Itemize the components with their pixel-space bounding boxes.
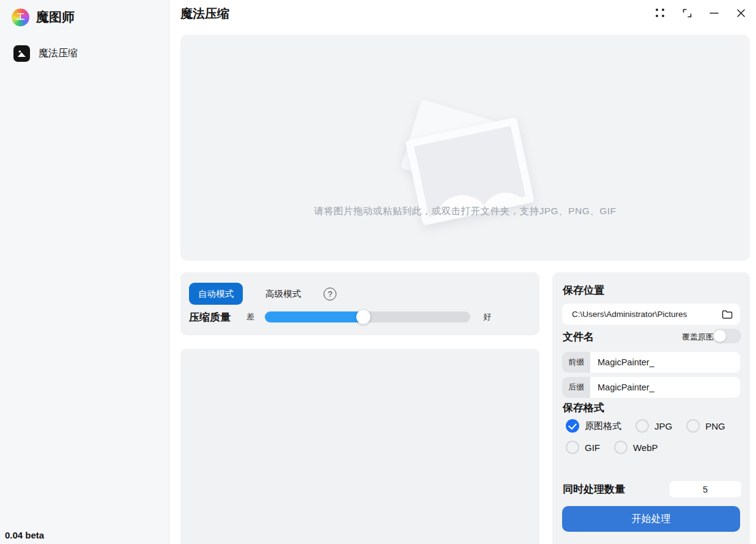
radio-png[interactable]: PNG [686, 419, 725, 433]
sidebar-item-magic-compress[interactable]: 魔法压缩 [13, 45, 169, 62]
radio-original-format[interactable]: 原图格式 [566, 419, 621, 433]
minimize-icon[interactable] [705, 4, 723, 22]
quality-row: 压缩质量 差 好 [189, 308, 491, 326]
radio-icon [566, 441, 579, 454]
format-options-row-1: 原图格式 JPG PNG [566, 419, 733, 433]
overwrite-original-label: 覆盖原图 [682, 332, 714, 343]
page-title: 魔法压缩 [180, 6, 229, 22]
close-icon[interactable] [732, 4, 750, 22]
sidebar: 工 魔图师 魔法压缩 0.04 beta [0, 0, 169, 544]
suffix-input[interactable] [590, 377, 740, 398]
radio-jpg[interactable]: JPG [636, 419, 672, 433]
image-drop-zone[interactable]: 请将图片拖动或粘贴到此，或双击打开文件夹，支持JPG、PNG、GIF [180, 35, 750, 261]
folder-icon[interactable] [722, 310, 733, 319]
quality-max-label: 好 [483, 311, 491, 322]
save-location-label: 保存位置 [563, 283, 604, 297]
window-controls [651, 4, 750, 22]
mode-tabs: 自动模式 高级模式 ? [189, 283, 336, 305]
radio-webp[interactable]: WebP [614, 441, 658, 454]
radio-icon [686, 419, 700, 433]
app-logo-icon: 工 [12, 9, 29, 26]
radio-icon [636, 419, 649, 433]
radio-gif[interactable]: GIF [566, 441, 600, 454]
quality-label: 压缩质量 [189, 310, 246, 324]
quality-min-label: 差 [246, 311, 265, 322]
app-logo-row: 工 魔图师 [0, 0, 169, 29]
tab-advanced-mode[interactable]: 高级模式 [256, 283, 310, 305]
save-format-label: 保存格式 [563, 401, 604, 415]
quality-slider[interactable] [265, 311, 470, 322]
fullscreen-icon[interactable] [678, 4, 696, 22]
radio-icon [614, 441, 628, 454]
prefix-input[interactable] [590, 352, 740, 373]
image-icon [13, 45, 30, 62]
prefix-row: 前缀 [562, 352, 740, 373]
concurrency-field [669, 480, 742, 498]
start-processing-button[interactable]: 开始处理 [562, 506, 740, 532]
version-text: 0.04 beta [5, 530, 44, 540]
save-path-input[interactable] [571, 309, 722, 319]
quality-slider-thumb[interactable] [357, 310, 371, 324]
concurrency-label: 同时处理数量 [563, 482, 625, 496]
help-icon[interactable]: ? [324, 288, 336, 300]
prefix-tag: 前缀 [562, 352, 590, 373]
concurrency-input[interactable] [669, 484, 741, 495]
suffix-tag: 后缀 [562, 377, 590, 398]
dots-grid-icon[interactable] [651, 4, 669, 22]
quality-slider-fill [265, 311, 363, 322]
mode-panel: 自动模式 高级模式 ? 压缩质量 差 好 [180, 272, 539, 335]
drop-hint-text: 请将图片拖动或粘贴到此，或双击打开文件夹，支持JPG、PNG、GIF [180, 205, 750, 218]
file-queue-panel [180, 349, 539, 544]
sidebar-item-label: 魔法压缩 [39, 47, 78, 60]
format-options-row-2: GIF WebP [566, 441, 666, 454]
radio-icon [566, 419, 579, 433]
app-name: 魔图师 [36, 9, 75, 26]
save-path-field[interactable] [562, 304, 740, 325]
app-window: 工 魔图师 魔法压缩 0.04 beta 魔法压缩 请将 [0, 0, 756, 544]
filename-label: 文件名 [563, 330, 594, 344]
tab-auto-mode[interactable]: 自动模式 [189, 283, 243, 305]
save-settings-panel: 保存位置 文件名 覆盖原图 前缀 后缀 保存格式 原图格式 JP [552, 272, 750, 544]
suffix-row: 后缀 [562, 377, 740, 398]
overwrite-toggle[interactable] [713, 329, 741, 343]
